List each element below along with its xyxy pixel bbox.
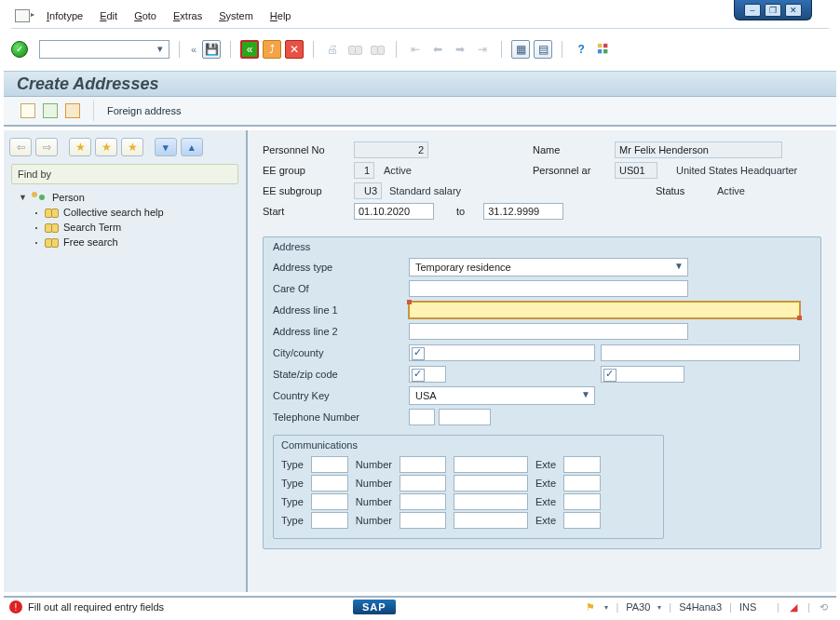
- communications-row: Type Number Exte: [281, 475, 656, 492]
- menu-infotype[interactable]: Infotype: [47, 10, 83, 21]
- address-type-value: Temporary residence: [415, 262, 511, 273]
- foreign-address-button[interactable]: Foreign address: [107, 105, 182, 116]
- country-key-dropdown[interactable]: USA ▼: [409, 386, 595, 405]
- layout-toggle-icon[interactable]: ⟲: [818, 600, 831, 613]
- city-field[interactable]: [409, 344, 595, 361]
- communications-row: Type Number Exte: [281, 456, 656, 473]
- comm-ext-field[interactable]: [563, 512, 601, 529]
- start-date-field[interactable]: 01.10.2020: [354, 203, 434, 220]
- nav-favorite-1-icon[interactable]: [69, 138, 91, 156]
- menu-help[interactable]: Help: [270, 10, 291, 21]
- cancel-icon[interactable]: ✕: [285, 40, 304, 59]
- comm-ext-field[interactable]: [563, 493, 601, 510]
- enter-button[interactable]: [11, 41, 28, 58]
- new-session-icon[interactable]: ▦: [511, 40, 530, 59]
- toolbar-separator: [230, 41, 231, 58]
- chevron-down-icon: ▼: [581, 389, 590, 399]
- chevron-down-icon: ▼: [674, 261, 684, 271]
- address-line-1-field[interactable]: [409, 302, 800, 318]
- doc-display-icon[interactable]: [65, 103, 80, 118]
- insert-mode: INS: [739, 601, 756, 613]
- tree-node-label: Collective search help: [63, 207, 164, 218]
- address-group-title: Address: [264, 237, 820, 254]
- menu-goto[interactable]: Goto: [134, 10, 156, 21]
- comm-type-field[interactable]: [311, 475, 348, 492]
- doc-copy-icon[interactable]: [43, 103, 58, 118]
- customize-icon[interactable]: [594, 40, 613, 59]
- telephone-prefix-field[interactable]: [409, 409, 435, 425]
- comm-number-a-field[interactable]: [400, 493, 446, 510]
- help-icon[interactable]: ?: [572, 40, 590, 59]
- ee-subgroup-label: EE subgroup: [263, 185, 354, 196]
- personnel-area-text: United States Headquarter: [676, 165, 797, 176]
- exit-icon[interactable]: ⤴: [263, 40, 281, 59]
- dropdown-icon[interactable]: ▾: [604, 603, 608, 612]
- menu-system[interactable]: System: [219, 10, 253, 21]
- address-line-2-field[interactable]: [409, 323, 688, 340]
- print-icon: 🖨: [323, 40, 342, 59]
- layout-icon[interactable]: ▤: [534, 40, 552, 59]
- save-icon[interactable]: 💾: [202, 40, 221, 59]
- header-grid: Personnel No 2 Name Mr Felix Henderson E…: [263, 140, 821, 222]
- state-field[interactable]: [409, 366, 446, 383]
- nav-back-icon[interactable]: [9, 138, 32, 156]
- comm-ext-field[interactable]: [563, 456, 601, 473]
- session-indicator-icon[interactable]: ◢: [787, 600, 800, 613]
- toolbar-chevron-left-icon[interactable]: «: [189, 44, 198, 55]
- menu-edit[interactable]: Edit: [100, 10, 117, 21]
- tree-node-person[interactable]: ▼ Person: [19, 190, 237, 205]
- comm-number-label: Number: [356, 459, 392, 470]
- nav-favorite-2-icon[interactable]: [95, 138, 117, 156]
- app-toolbar: ▾ « 💾 « ⤴ ✕ 🖨 ⇤ ⬅ ➡ ⇥ ▦ ▤ ?: [11, 28, 829, 61]
- address-type-label: Address type: [273, 262, 409, 273]
- dropdown-icon[interactable]: ▾: [657, 603, 661, 612]
- command-field-dropdown-icon[interactable]: ▾: [154, 43, 167, 55]
- telephone-number-field[interactable]: [439, 409, 491, 425]
- comm-number-b-field[interactable]: [454, 493, 528, 510]
- tree-collapse-icon[interactable]: ▼: [19, 193, 28, 202]
- back-icon[interactable]: «: [240, 40, 259, 59]
- name-value: Mr Felix Henderson: [615, 142, 782, 158]
- tree-node-search-term[interactable]: • Search Term: [19, 220, 237, 235]
- prev-page-icon: ⬅: [428, 40, 447, 59]
- nav-forward-icon[interactable]: [35, 138, 58, 156]
- menu-extras[interactable]: Extras: [173, 10, 202, 21]
- comm-number-a-field[interactable]: [400, 512, 446, 529]
- toolbar-separator: [501, 41, 502, 58]
- toolbar-separator: [396, 41, 397, 58]
- comm-ext-field[interactable]: [563, 475, 601, 492]
- menu-dropdown-icon[interactable]: [15, 9, 30, 22]
- sap-brand-logo: SAP: [353, 600, 396, 614]
- comm-type-field[interactable]: [311, 512, 348, 529]
- tree-node-label: Search Term: [63, 222, 121, 233]
- nav-favorite-3-icon[interactable]: [121, 138, 143, 156]
- toolbar-separator: [313, 41, 314, 58]
- care-of-field[interactable]: [409, 280, 688, 297]
- comm-type-label: Type: [281, 515, 304, 526]
- address-line-1-label: Address line 1: [273, 304, 409, 316]
- communications-row: Type Number Exte: [281, 512, 656, 529]
- tree-node-collective-search[interactable]: • Collective search help: [19, 205, 237, 220]
- nav-expand-icon[interactable]: [155, 138, 177, 156]
- right-panel: Personnel No 2 Name Mr Felix Henderson E…: [248, 130, 836, 592]
- comm-type-field[interactable]: [311, 493, 348, 510]
- comm-number-b-field[interactable]: [454, 475, 528, 492]
- zip-field[interactable]: [601, 366, 684, 383]
- tree-node-free-search[interactable]: • Free search: [19, 235, 237, 249]
- last-page-icon: ⇥: [473, 40, 492, 59]
- state-zip-label: State/zip code: [273, 369, 409, 380]
- comm-number-a-field[interactable]: [400, 456, 446, 473]
- county-field[interactable]: [601, 344, 800, 361]
- comm-number-b-field[interactable]: [454, 456, 528, 473]
- comm-type-field[interactable]: [311, 456, 348, 473]
- address-type-dropdown[interactable]: Temporary residence ▼: [409, 258, 688, 276]
- comm-type-label: Type: [281, 496, 304, 507]
- command-field[interactable]: ▾: [39, 40, 169, 59]
- comm-number-b-field[interactable]: [454, 512, 528, 529]
- ee-group-text: Active: [384, 165, 412, 176]
- end-date-field[interactable]: 31.12.9999: [483, 203, 563, 220]
- warning-indicator-icon[interactable]: ⚑: [584, 600, 597, 613]
- nav-collapse-icon[interactable]: [181, 138, 203, 156]
- doc-new-icon[interactable]: [20, 103, 35, 118]
- comm-number-a-field[interactable]: [400, 475, 446, 492]
